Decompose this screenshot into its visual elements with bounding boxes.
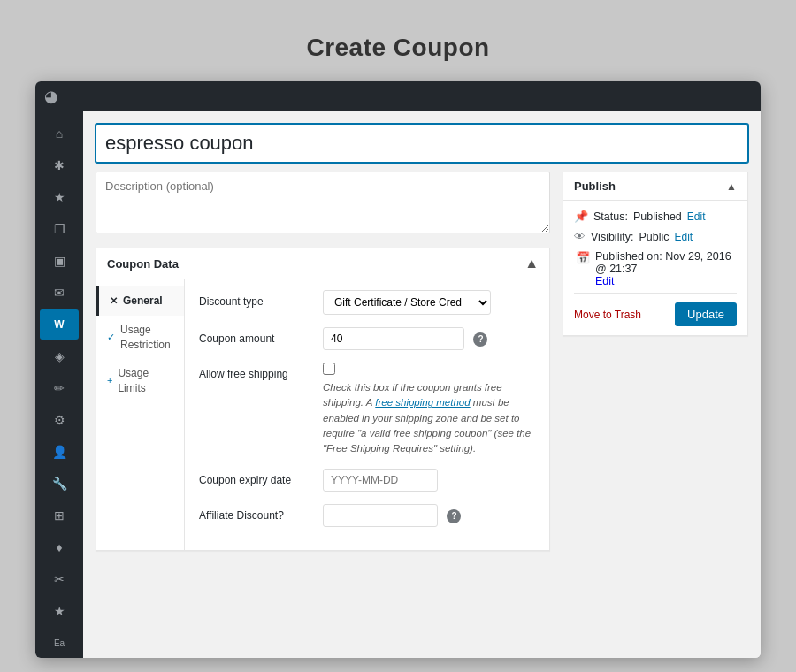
free-shipping-checkbox[interactable] (323, 363, 335, 375)
affiliate-discount-label: Affiliate Discount? (199, 504, 323, 522)
published-edit-link[interactable]: Edit (595, 275, 615, 287)
free-shipping-label: Allow free shipping (199, 363, 323, 380)
tab-general-label: General (123, 294, 163, 309)
sidebar-item-appearance[interactable]: ⚙ (40, 405, 79, 435)
publish-date-row: 📅 Published on: Nov 29, 2016 @ 21:37 Edi… (574, 250, 737, 287)
wp-logo-icon: ◕ (44, 87, 58, 106)
calendar-icon: 📅 (576, 251, 590, 264)
publish-status-row: 📌 Status: Published Edit (574, 210, 737, 223)
visibility-label: Visibility: (591, 231, 633, 243)
side-column: Publish ▲ 📌 Status: Published (563, 172, 748, 551)
coupon-amount-help-icon[interactable]: ? (473, 332, 487, 347)
field-row-free-shipping: Allow free shipping Check this box if th… (199, 363, 535, 456)
tab-limits-label: Usage Limits (118, 366, 173, 396)
coupon-amount-input[interactable] (323, 327, 464, 350)
coupon-data-header: Coupon Data ▲ (96, 248, 549, 279)
coupon-amount-label: Coupon amount (199, 327, 323, 345)
status-pin-icon: 📌 (574, 210, 588, 223)
discount-type-value: Gift Certificate / Store Cred (323, 290, 535, 315)
publish-box-content: 📌 Status: Published Edit 👁 Visibility: (563, 201, 747, 335)
expiry-date-input[interactable] (323, 469, 438, 492)
coupon-data-content: ✕ General ✓ Usage Restriction (96, 279, 549, 550)
field-row-expiry-date: Coupon expiry date (199, 469, 535, 492)
page-title-bar: Create Coupon (35, 18, 761, 81)
tab-restriction-label: Usage Restriction (120, 323, 173, 353)
description-textarea[interactable] (96, 172, 550, 233)
update-button[interactable]: Update (675, 302, 737, 326)
status-label: Status: (593, 210, 628, 223)
publish-box-header: Publish ▲ (563, 172, 747, 201)
main-column: Coupon Data ▲ ✕ General (96, 172, 550, 551)
sidebar-item-woo[interactable]: W (40, 309, 79, 340)
publish-visibility-row: 👁 Visibility: Public Edit (574, 230, 737, 243)
discount-type-label: Discount type (199, 290, 323, 308)
coupon-data-metabox: Coupon Data ▲ ✕ General (96, 248, 550, 551)
wp-admin: ◕ ⌂ ✱ ★ ❐ ▣ ✉ W ◈ ✏ ⚙ 👤 (35, 81, 761, 658)
free-shipping-value: Check this box if the coupon grants free… (323, 363, 535, 456)
coupon-tabs: ✕ General ✓ Usage Restriction (96, 279, 185, 550)
limits-tab-icon: + (107, 374, 112, 387)
publish-box: Publish ▲ 📌 Status: Published (563, 172, 748, 336)
discount-type-select[interactable]: Gift Certificate / Store Cred (323, 290, 491, 315)
visibility-value: Public (639, 231, 669, 243)
sidebar-item-comments[interactable]: ✉ (40, 278, 79, 308)
publish-date-block: Published on: Nov 29, 2016 @ 21:37 Edit (595, 250, 737, 287)
visibility-edit-link[interactable]: Edit (674, 231, 693, 243)
sidebar-item-users[interactable]: 👤 (40, 437, 79, 467)
status-value: Published (633, 210, 682, 223)
move-to-trash-link[interactable]: Move to Trash (574, 309, 641, 321)
free-shipping-method-link[interactable]: free shipping method (375, 397, 470, 408)
sidebar-item-products[interactable]: ◈ (40, 341, 79, 371)
tab-usage-limits[interactable]: + Usage Limits (96, 359, 184, 403)
coupon-title-input[interactable] (96, 124, 748, 163)
browser-chrome: ◕ ⌂ ✱ ★ ❐ ▣ ✉ W ◈ ✏ ⚙ 👤 (35, 81, 761, 658)
wp-top-bar: ◕ (35, 81, 761, 111)
expiry-date-label: Coupon expiry date (199, 469, 323, 486)
general-tab-icon: ✕ (110, 294, 118, 308)
sidebar-item-pages[interactable]: ▣ (40, 246, 79, 276)
tab-general[interactable]: ✕ General (96, 286, 184, 316)
coupon-fields: Discount type Gift Certificate / Store C… (185, 279, 549, 550)
sidebar-item-edit[interactable]: ✏ (40, 373, 79, 403)
sidebar-item-home[interactable]: ⌂ (40, 118, 79, 149)
status-edit-link[interactable]: Edit (687, 210, 706, 223)
affiliate-discount-help-icon[interactable]: ? (447, 509, 461, 523)
coupon-data-toggle[interactable]: ▲ (524, 256, 539, 271)
affiliate-discount-value: ? (323, 504, 535, 527)
wp-sidebar: ⌂ ✱ ★ ❐ ▣ ✉ W ◈ ✏ ⚙ 👤 🔧 ⊞ ♦ ✂ (35, 111, 83, 658)
sidebar-item-scissors[interactable]: ✂ (40, 564, 79, 594)
sidebar-item-star2[interactable]: ★ (40, 596, 79, 626)
field-row-affiliate-discount: Affiliate Discount? ? (199, 504, 535, 527)
page-title: Create Coupon (35, 34, 761, 62)
sidebar-item-plugins[interactable]: ♦ (40, 532, 79, 562)
free-shipping-description: Check this box if the coupon grants free… (323, 380, 535, 456)
ea-label: Ea (54, 638, 65, 648)
visibility-eye-icon: 👁 (574, 230, 586, 243)
field-row-coupon-amount: Coupon amount ? (199, 327, 535, 350)
sidebar-item-copy[interactable]: ❐ (40, 214, 79, 244)
field-row-discount-type: Discount type Gift Certificate / Store C… (199, 290, 535, 315)
sidebar-item-pin[interactable]: ✱ (40, 150, 79, 180)
sidebar-item-ea[interactable]: Ea (40, 628, 79, 658)
coupon-data-title: Coupon Data (107, 257, 179, 271)
affiliate-discount-input[interactable] (323, 504, 438, 527)
publish-box-title: Publish (574, 179, 616, 193)
expiry-date-value (323, 469, 535, 492)
sidebar-item-tools[interactable]: 🔧 (40, 469, 79, 499)
wp-main-layout: ⌂ ✱ ★ ❐ ▣ ✉ W ◈ ✏ ⚙ 👤 🔧 ⊞ ♦ ✂ (35, 111, 761, 658)
wp-content: Coupon Data ▲ ✕ General (83, 111, 761, 658)
coupon-amount-value: ? (323, 327, 535, 350)
restriction-tab-icon: ✓ (107, 331, 115, 344)
published-label: Published on: (595, 250, 662, 263)
sidebar-item-grid[interactable]: ⊞ (40, 500, 79, 531)
tab-usage-restriction[interactable]: ✓ Usage Restriction (96, 316, 184, 360)
publish-box-toggle[interactable]: ▲ (726, 180, 737, 193)
free-shipping-checkbox-row (323, 363, 535, 375)
content-columns: Coupon Data ▲ ✕ General (96, 172, 748, 551)
woo-icon: W (54, 318, 64, 331)
publish-actions: Move to Trash Update (574, 293, 737, 326)
sidebar-item-star[interactable]: ★ (40, 182, 79, 212)
